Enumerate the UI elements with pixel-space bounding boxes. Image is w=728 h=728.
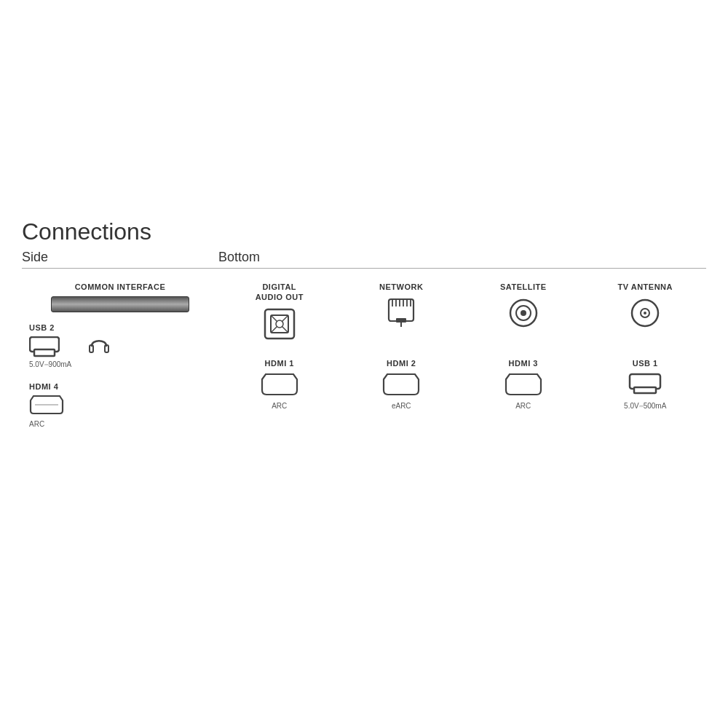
hdmi2-sublabel: eARC <box>392 402 411 410</box>
satellite-item: SATELLITE <box>462 282 585 341</box>
side-heading: Side <box>22 250 218 269</box>
bottom-row-1: DIGITAL AUDIO OUT NETWORK <box>218 282 706 341</box>
hdmi3-label: HDMI 3 <box>509 358 538 368</box>
hdmi3-sublabel: ARC <box>515 402 531 410</box>
usb1-label: USB 1 <box>633 358 658 368</box>
svg-rect-25 <box>634 387 656 393</box>
tv-antenna-item: TV ANTENNA <box>585 282 707 341</box>
usb2-port-item: USB 2 5.0V⎓900mA <box>29 323 71 368</box>
network-item: NETWORK <box>341 282 463 341</box>
network-icon <box>383 296 419 330</box>
common-interface-label: COMMON INTERFACE <box>22 282 218 292</box>
hdmi4-label: HDMI 4 <box>29 381 218 392</box>
hdmi2-label: HDMI 2 <box>387 358 416 368</box>
hdmi1-sublabel: ARC <box>272 402 287 410</box>
side-section: Side COMMON INTERFACE USB 2 5.0V⎓900mA <box>22 250 218 428</box>
optical-icon <box>263 307 296 341</box>
usb2-label: USB 2 <box>29 323 55 333</box>
sections-row: Side COMMON INTERFACE USB 2 5.0V⎓900mA <box>22 250 706 428</box>
tv-antenna-label: TV ANTENNA <box>618 282 673 292</box>
connections-title: Connections <box>22 218 706 245</box>
hdmi4-icon <box>29 395 64 415</box>
hdmi2-item: HDMI 2 eARC <box>341 358 463 410</box>
hdmi1-label: HDMI 1 <box>265 358 294 368</box>
hdmi1-icon <box>261 373 298 396</box>
common-interface-area: COMMON INTERFACE <box>22 282 218 312</box>
headphone-icon <box>89 334 109 357</box>
usb2-icon <box>29 336 60 358</box>
network-label: NETWORK <box>379 282 423 292</box>
headphone-port-item <box>89 334 109 357</box>
usb1-icon <box>628 373 662 396</box>
hdmi4-sublabel: ARC <box>29 420 218 428</box>
satellite-icon <box>507 296 540 330</box>
hdmi3-icon <box>505 373 542 396</box>
usb2-sublabel: 5.0V⎓900mA <box>29 360 71 368</box>
digital-audio-out-label: DIGITAL AUDIO OUT <box>256 282 304 303</box>
satellite-label: SATELLITE <box>500 282 547 292</box>
bottom-section: Bottom DIGITAL AUDIO OUT <box>218 250 706 428</box>
svg-point-20 <box>521 310 526 316</box>
usb1-item: USB 1 5.0V⎓500mA <box>585 358 707 410</box>
svg-rect-1 <box>34 349 55 356</box>
antenna-icon <box>628 296 662 330</box>
usb1-sublabel: 5.0V⎓500mA <box>624 402 666 410</box>
common-interface-bar <box>51 296 189 312</box>
page: Connections Side COMMON INTERFACE USB 2 <box>0 0 728 728</box>
hdmi4-port-area: HDMI 4 ARC <box>22 381 218 428</box>
bottom-row-2: HDMI 1 ARC HDMI 2 eARC HDMI 3 <box>218 358 706 410</box>
svg-point-8 <box>276 320 283 328</box>
hdmi1-item: HDMI 1 ARC <box>218 358 341 410</box>
digital-audio-out-item: DIGITAL AUDIO OUT <box>218 282 341 341</box>
svg-point-23 <box>644 312 646 314</box>
bottom-heading: Bottom <box>218 250 706 269</box>
hdmi3-item: HDMI 3 ARC <box>462 358 585 410</box>
side-usb-headphone-row: USB 2 5.0V⎓900mA <box>22 323 218 368</box>
hdmi2-icon <box>382 373 420 396</box>
